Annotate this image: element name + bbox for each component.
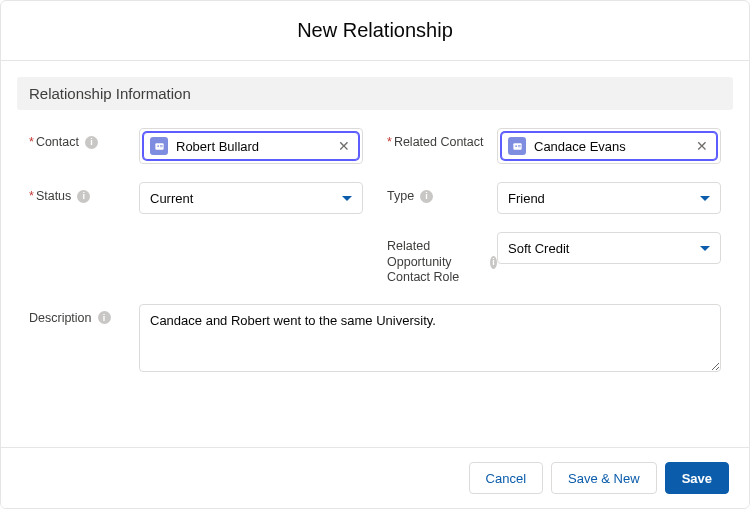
label-related-occ-role: Related Opportunity Contact Role i [387,232,497,286]
svg-rect-7 [517,146,520,147]
related-occ-role-value: Soft Credit [508,241,569,256]
svg-rect-2 [159,145,162,146]
contact-lookup[interactable]: Robert Bullard ✕ [139,128,363,164]
label-status: * Status i [29,182,139,203]
description-textarea[interactable] [139,304,721,372]
related-contact-lookup[interactable]: Candace Evans ✕ [497,128,721,164]
field-status: * Status i Current [29,182,363,214]
related-contact-pill: Candace Evans ✕ [501,132,717,160]
chevron-down-icon [342,196,352,201]
type-value: Friend [508,191,545,206]
label-contact: * Contact i [29,128,139,149]
contact-value: Robert Bullard [176,139,336,154]
modal-title: New Relationship [1,19,749,42]
status-value: Current [150,191,193,206]
save-and-new-button[interactable]: Save & New [551,462,657,494]
label-text-contact: Contact [36,135,79,149]
label-related-contact: * Related Contact [387,128,497,149]
info-icon[interactable]: i [98,311,111,324]
status-select[interactable]: Current [139,182,363,214]
field-contact: * Contact i Robert Bullard ✕ [29,128,363,164]
field-related-occ-role: Related Opportunity Contact Role i Soft … [387,232,721,286]
section-title: Relationship Information [29,85,721,102]
info-icon[interactable]: i [420,190,433,203]
related-occ-role-select[interactable]: Soft Credit [497,232,721,264]
contact-pill: Robert Bullard ✕ [143,132,359,160]
field-type: Type i Friend [387,182,721,214]
spacer [29,232,363,286]
required-asterisk: * [29,189,34,203]
label-text-status: Status [36,189,71,203]
type-select[interactable]: Friend [497,182,721,214]
label-text-related-contact: Related Contact [394,135,484,149]
field-description: Description i [29,304,721,375]
section-header: Relationship Information [17,77,733,110]
svg-rect-6 [517,145,520,146]
remove-contact-icon[interactable]: ✕ [336,138,352,154]
modal-header: New Relationship [1,1,749,61]
info-icon[interactable]: i [77,190,90,203]
form-grid: * Contact i Robert Bullard ✕ [1,120,749,375]
svg-point-5 [515,145,517,147]
save-button[interactable]: Save [665,462,729,494]
label-text-type: Type [387,189,414,203]
field-related-contact: * Related Contact Candace Evans ✕ [387,128,721,164]
svg-rect-3 [159,146,162,147]
svg-point-1 [157,145,159,147]
info-icon[interactable]: i [85,136,98,149]
cancel-button[interactable]: Cancel [469,462,543,494]
modal-footer: Cancel Save & New Save [1,447,749,508]
contact-icon [150,137,168,155]
label-description: Description i [29,304,139,325]
modal-body: Relationship Information * Contact i Rob… [1,61,749,447]
required-asterisk: * [29,135,34,149]
chevron-down-icon [700,196,710,201]
label-text-description: Description [29,311,92,325]
info-icon[interactable]: i [490,256,497,269]
related-contact-value: Candace Evans [534,139,694,154]
contact-icon [508,137,526,155]
remove-related-contact-icon[interactable]: ✕ [694,138,710,154]
label-text-related-occ-role: Related Opportunity Contact Role [387,239,484,286]
required-asterisk: * [387,135,392,149]
label-type: Type i [387,182,497,203]
chevron-down-icon [700,246,710,251]
